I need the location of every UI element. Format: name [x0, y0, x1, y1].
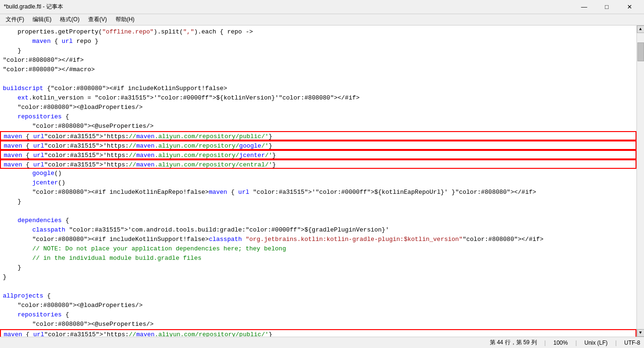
code-line: jcenter()	[0, 178, 636, 188]
window-controls: — □ ✕	[573, 1, 640, 13]
menu-view[interactable]: 查看(V)	[84, 15, 111, 25]
code-line: "color:#808080"><#if includeKotlinEapRep…	[0, 188, 636, 197]
title-bar: *build.gradle.ftl - 记事本 — □ ✕	[0, 0, 644, 14]
minimize-button[interactable]: —	[573, 1, 595, 13]
code-line: }	[0, 263, 636, 273]
code-line: "color:#808080"><#if includeKotlinSuppor…	[0, 235, 636, 244]
code-line: // in the individual module build.gradle…	[0, 254, 636, 263]
code-line: maven { url repo }	[0, 37, 636, 46]
code-line: "color:#808080"><@useProperties/>	[0, 122, 636, 131]
scroll-up-arrow[interactable]: ▲	[637, 25, 644, 33]
code-line: repositories {	[0, 310, 636, 320]
code-area[interactable]: properties.getProperty("offline.repo").s…	[0, 25, 636, 337]
close-button[interactable]: ✕	[619, 1, 640, 13]
code-line	[0, 207, 636, 216]
menu-file[interactable]: 文件(F)	[2, 15, 28, 25]
code-line: "color:#808080"><@useProperties/>	[0, 320, 636, 329]
code-line: maven { url"color:#a31515">'https://mave…	[0, 141, 636, 150]
maximize-button[interactable]: □	[596, 1, 618, 13]
line-ending: Unix (LF)	[585, 340, 608, 346]
code-line: }	[0, 273, 636, 282]
menu-format[interactable]: 格式(O)	[56, 15, 83, 25]
code-line: maven { url"color:#a31515">'https://mave…	[0, 329, 636, 337]
code-line	[0, 282, 636, 291]
scroll-down-arrow[interactable]: ▼	[637, 329, 644, 337]
code-line: classpath "color:#a31515">'com.android.t…	[0, 225, 636, 235]
vertical-scrollbar[interactable]: ▲ ▼	[636, 25, 644, 337]
code-line: "color:#808080"><@loadProperties/>	[0, 301, 636, 310]
code-line: }	[0, 197, 636, 207]
code-line: maven { url"color:#a31515">'https://mave…	[0, 150, 636, 159]
code-line: google()	[0, 169, 636, 178]
code-line: repositories {	[0, 112, 636, 122]
code-line: dependencies {	[0, 216, 636, 225]
title-text: *build.gradle.ftl - 记事本	[4, 3, 63, 11]
code-line: buildscript {"color:#808080"><#if includ…	[0, 84, 636, 93]
scroll-track[interactable]	[637, 33, 644, 329]
code-line: "color:#808080"><@loadProperties/>	[0, 103, 636, 112]
code-line	[0, 75, 636, 84]
code-line: // NOTE: Do not place your application d…	[0, 244, 636, 254]
code-line: maven { url"color:#a31515">'https://mave…	[0, 159, 636, 169]
scroll-thumb[interactable]	[637, 42, 644, 61]
encoding: UTF-8	[624, 340, 640, 346]
menu-help[interactable]: 帮助(H)	[112, 15, 139, 25]
zoom-level: 100%	[553, 340, 568, 346]
code-line: maven { url"color:#a31515">'https://mave…	[0, 131, 636, 141]
code-line: "color:#808080"></#if>	[0, 56, 636, 65]
code-line: properties.getProperty("offline.repo").s…	[0, 27, 636, 37]
menu-edit[interactable]: 编辑(E)	[29, 15, 55, 25]
code-line: ext.kotlin_version = "color:#a31515">'"c…	[0, 93, 636, 103]
status-bar: 第 44 行，第 59 列 | 100% | Unix (LF) | UTF-8	[0, 337, 644, 348]
cursor-position: 第 44 行，第 59 列	[490, 339, 537, 347]
editor: properties.getProperty("offline.repo").s…	[0, 25, 644, 337]
code-line: allprojects {	[0, 291, 636, 301]
code-line: "color:#808080"></#macro>	[0, 65, 636, 75]
code-line: }	[0, 46, 636, 56]
menu-bar: 文件(F) 编辑(E) 格式(O) 查看(V) 帮助(H)	[0, 14, 644, 25]
